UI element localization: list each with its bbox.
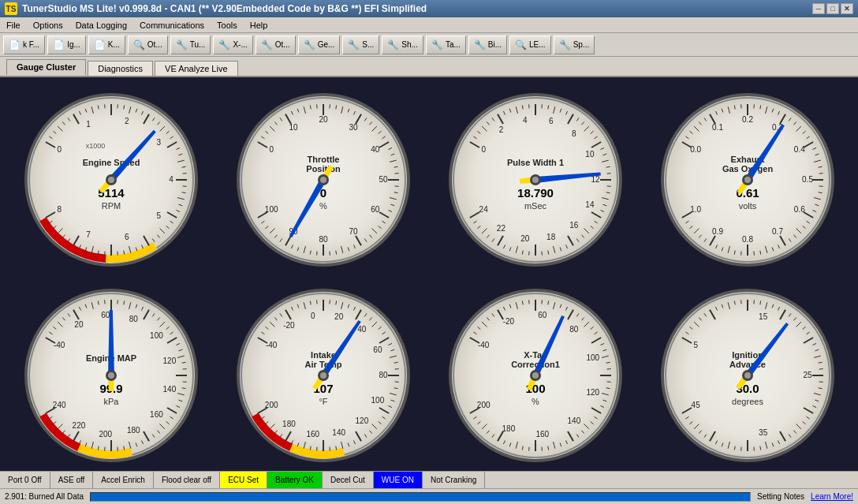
learn-more-link[interactable]: Learn More! [811, 492, 853, 501]
app-icon: TS [5, 2, 17, 15]
gauge-canvas-ignition-advance [653, 281, 842, 470]
maximize-button[interactable]: □ [826, 3, 839, 14]
toolbar-btn-13[interactable]: 🔧Sp... [554, 35, 595, 54]
main-content: Port 0 OffASE offAccel EnrichFlood clear… [0, 77, 858, 504]
status-flood-clear-off: Flood clear off [154, 472, 220, 488]
gauge-area [0, 77, 858, 471]
gauge-exhaust-gas-oxygen [644, 85, 850, 274]
toolbar-btn-2[interactable]: 📄K... [88, 35, 125, 54]
status-ase-off: ASE off [50, 472, 94, 488]
gauge-canvas-intake-air-temp [229, 281, 418, 470]
close-button[interactable]: ✕ [841, 3, 853, 14]
gauge-canvas-engine-speed [17, 85, 206, 274]
menu-bar: FileOptionsData LoggingCommunicationsToo… [0, 17, 858, 33]
title-bar: TS TunerStudio MS Lite! v0.999.8d - CAN1… [0, 0, 858, 17]
toolbar-btn-9[interactable]: 🔧Sh... [382, 35, 423, 54]
gauge-intake-air-temp [220, 281, 426, 470]
gauge-throttle-position [220, 85, 426, 274]
status-accel-enrich: Accel Enrich [93, 472, 154, 488]
menu-item-file[interactable]: File [0, 19, 27, 32]
menu-item-tools[interactable]: Tools [211, 19, 244, 32]
gauge-canvas-engine-map [17, 281, 206, 470]
status-not-cranking: Not Cranking [423, 472, 485, 488]
status-decel-cut: Decel Cut [323, 472, 374, 488]
toolbar-btn-0[interactable]: 📄k F... [3, 35, 45, 54]
menu-item-communications[interactable]: Communications [133, 19, 211, 32]
menu-item-data-logging[interactable]: Data Logging [69, 19, 133, 32]
gauge-ignition-advance [644, 281, 850, 470]
status-port-0-off: Port 0 Off [0, 472, 50, 488]
menu-item-options[interactable]: Options [27, 19, 69, 32]
toolbar-btn-1[interactable]: 📄Ig... [47, 35, 86, 54]
title-text: TunerStudio MS Lite! v0.999.8d - CAN1 (*… [22, 3, 812, 14]
toolbar-btn-3[interactable]: 🔍Ot... [128, 35, 168, 54]
toolbar-btn-7[interactable]: 🔧Ge... [298, 35, 341, 54]
minimize-button[interactable]: ─ [812, 3, 825, 14]
tabs: Gauge ClusterDiagnosticsVE Analyze Live [0, 57, 858, 77]
menu-item-help[interactable]: Help [244, 19, 274, 32]
tab-ve-analyze-live[interactable]: VE Analyze Live [155, 61, 238, 76]
toolbar-btn-4[interactable]: 🔧Tu... [170, 35, 211, 54]
toolbar-btn-12[interactable]: 🔍LE... [509, 35, 551, 54]
toolbar-btn-11[interactable]: 🔧Bi... [468, 35, 507, 54]
bottom-bar: 2.901: Burned All Data Setting Notes Lea… [0, 488, 858, 504]
gauge-canvas-x-tau-correction1 [441, 281, 630, 470]
status-ecu-set: ECU Set [220, 472, 267, 488]
status-bar: Port 0 OffASE offAccel EnrichFlood clear… [0, 471, 858, 488]
gauge-canvas-pulse-width-1 [441, 85, 630, 274]
progress-bar [90, 492, 751, 502]
setting-notes: Setting Notes [757, 492, 804, 501]
status-battery-ok: Battery OK [267, 472, 323, 488]
status-wue-on: WUE ON [374, 472, 423, 488]
gauge-engine-map [8, 281, 214, 470]
window-controls: ─ □ ✕ [812, 3, 853, 14]
toolbar-btn-8[interactable]: 🔧S... [342, 35, 379, 54]
gauge-pulse-width-1 [432, 85, 638, 274]
toolbar: 📄k F...📄Ig...📄K...🔍Ot...🔧Tu...🔧X-...🔧Ot.… [0, 33, 858, 57]
gauge-x-tau-correction1 [432, 281, 638, 470]
gauge-engine-speed [8, 85, 214, 274]
gauge-canvas-throttle-position [229, 85, 418, 274]
toolbar-btn-6[interactable]: 🔧Ot... [256, 35, 296, 54]
tab-diagnostics[interactable]: Diagnostics [88, 61, 153, 76]
toolbar-btn-5[interactable]: 🔧X-... [213, 35, 252, 54]
toolbar-btn-10[interactable]: 🔧Ta... [426, 35, 466, 54]
tab-gauge-cluster[interactable]: Gauge Cluster [6, 59, 86, 76]
bottom-left-text: 2.901: Burned All Data [5, 492, 84, 501]
gauge-canvas-exhaust-gas-oxygen [653, 85, 842, 274]
